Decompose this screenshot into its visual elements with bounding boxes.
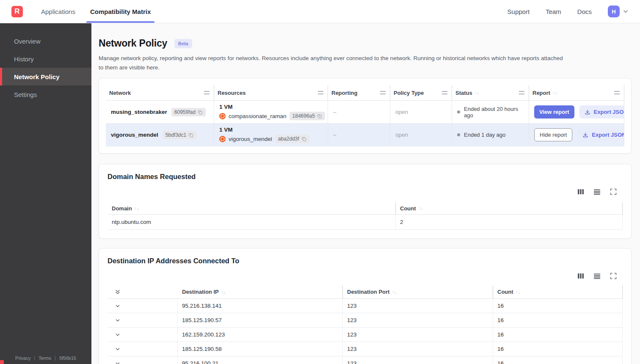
nav-link-team[interactable]: Team (546, 8, 561, 15)
sort-icon[interactable] (516, 290, 521, 295)
sidebar-item-overview[interactable]: Overview (0, 32, 91, 50)
row-expand-icon[interactable] (115, 361, 121, 364)
network-table-row: musing_stonebraker 60959fad 1 VM compass… (106, 101, 624, 124)
column-header-status[interactable]: Status (452, 85, 529, 100)
domain-table-header: Domain Count (108, 202, 623, 215)
sort-icon[interactable] (419, 206, 423, 211)
count-cell: 2 (396, 215, 623, 229)
sidebar: Overview History Network Policy Settings… (0, 23, 91, 364)
sidebar-item-settings[interactable]: Settings (0, 85, 91, 103)
resource-name[interactable]: compassionate_raman (229, 113, 287, 119)
destination-table-row: 185.125.190.58 123 16 (108, 342, 623, 356)
destination-port-cell: 123 (343, 356, 493, 364)
row-expand-icon[interactable] (115, 346, 121, 352)
resources-cell: 1 VM compassionate_raman 184696a5 (214, 101, 328, 123)
column-drag-handle-icon[interactable] (204, 91, 210, 94)
row-expand-icon[interactable] (115, 317, 121, 323)
network-id: 5bdf3dc1 (166, 132, 186, 138)
column-header-destination-port[interactable]: Destination Port (343, 285, 493, 298)
main-content: Network Policy Beta Manage network polic… (91, 23, 640, 364)
policy-type-cell: open (390, 124, 452, 146)
user-avatar[interactable]: H (608, 6, 620, 17)
privacy-link[interactable]: Privacy (15, 356, 30, 361)
copy-icon (188, 132, 193, 138)
fullscreen-icon[interactable] (610, 188, 617, 195)
columns-view-icon[interactable] (577, 273, 584, 279)
expander-cell (108, 356, 178, 364)
export-label: Export JSON (594, 109, 624, 115)
nav-link-docs[interactable]: Docs (577, 8, 592, 15)
column-label: Count (497, 289, 513, 295)
user-menu-chevron-icon[interactable] (622, 8, 629, 15)
network-id-badge[interactable]: 60959fad (171, 108, 206, 116)
resource-id-badge[interactable]: 184696a5 (290, 112, 325, 120)
sort-icon[interactable] (221, 290, 226, 295)
footer-divider (55, 356, 55, 361)
list-view-icon[interactable] (593, 188, 601, 195)
column-drag-handle-icon[interactable] (380, 91, 386, 94)
column-label: Network (109, 90, 131, 96)
column-header-resources[interactable]: Resources (214, 85, 328, 100)
network-id: 60959fad (174, 109, 196, 115)
column-label: Status (455, 90, 472, 96)
network-name: vigorous_mendel (111, 132, 158, 138)
destination-ip-cell: 185.125.190.58 (178, 342, 343, 356)
columns-view-icon[interactable] (577, 188, 584, 195)
nav-link-support[interactable]: Support (508, 8, 530, 15)
count-cell: 16 (493, 299, 623, 313)
sort-icon[interactable] (553, 90, 557, 95)
report-cell: Hide report Export JSON (529, 124, 624, 146)
nav-item-applications[interactable]: Applications (37, 0, 79, 23)
column-header-network[interactable]: Network (106, 85, 214, 100)
column-header-report[interactable]: Report (529, 85, 624, 100)
sort-icon[interactable] (475, 90, 480, 95)
column-header-policy-type[interactable]: Policy Type (390, 85, 452, 100)
list-view-icon[interactable] (593, 273, 601, 279)
resource-name[interactable]: vigorous_mendel (229, 136, 272, 142)
corner-accent (0, 360, 4, 364)
sidebar-item-history[interactable]: History (0, 50, 91, 68)
download-icon (585, 109, 590, 115)
column-label: Resources (218, 90, 246, 96)
count-cell: 16 (493, 313, 623, 327)
view-report-button[interactable]: View report (534, 105, 574, 119)
column-header-count[interactable]: Count (396, 202, 623, 214)
hide-report-button[interactable]: Hide report (534, 128, 572, 141)
expand-all-icon[interactable] (115, 289, 121, 295)
column-header-domain[interactable]: Domain (108, 202, 396, 214)
network-policy-table-card: Network Resources Reporting Policy Type … (99, 78, 632, 154)
nav-item-compatibility-matrix[interactable]: Compatibility Matrix (86, 0, 154, 23)
export-json-button[interactable]: Export JSON (577, 128, 624, 141)
destination-ip-cell: 95.216.100.21 (178, 356, 343, 364)
sort-icon[interactable] (392, 290, 397, 295)
row-expand-icon[interactable] (115, 303, 121, 309)
column-drag-handle-icon[interactable] (442, 91, 447, 94)
network-id-badge[interactable]: 5bdf3dc1 (163, 131, 196, 139)
domain-cell: ntp.ubuntu.com (108, 215, 396, 229)
column-drag-handle-icon[interactable] (519, 91, 524, 94)
status-cell: Ended about 20 hours ago (452, 101, 529, 123)
top-navigation-bar: R Applications Compatibility Matrix Supp… (0, 0, 640, 23)
resource-id: 184696a5 (292, 113, 315, 119)
sort-icon[interactable] (135, 206, 139, 211)
sidebar-item-network-policy[interactable]: Network Policy (0, 68, 91, 85)
copy-icon (301, 136, 306, 141)
app-logo[interactable]: R (11, 6, 23, 17)
destination-ip-cell: 185.125.190.57 (178, 313, 343, 327)
destination-table-row: 162.159.200.123 123 16 (108, 328, 623, 342)
column-header-reporting[interactable]: Reporting (328, 85, 390, 100)
resource-id: aba2dd3f (278, 136, 299, 142)
terms-link[interactable]: Terms (39, 356, 51, 361)
row-expand-icon[interactable] (115, 332, 121, 338)
reporting-cell: – (328, 101, 390, 123)
status-cell: Ended 1 day ago (452, 124, 529, 146)
status-text: Ended about 20 hours ago (464, 106, 524, 119)
column-drag-handle-icon[interactable] (614, 91, 620, 94)
column-header-count[interactable]: Count (493, 285, 623, 298)
column-drag-handle-icon[interactable] (318, 91, 323, 94)
export-json-button[interactable]: Export JSON (579, 105, 624, 119)
resource-id-badge[interactable]: aba2dd3f (275, 135, 309, 143)
fullscreen-icon[interactable] (610, 273, 617, 279)
column-header-destination-ip[interactable]: Destination IP (178, 285, 343, 298)
column-label: Destination Port (347, 289, 389, 295)
